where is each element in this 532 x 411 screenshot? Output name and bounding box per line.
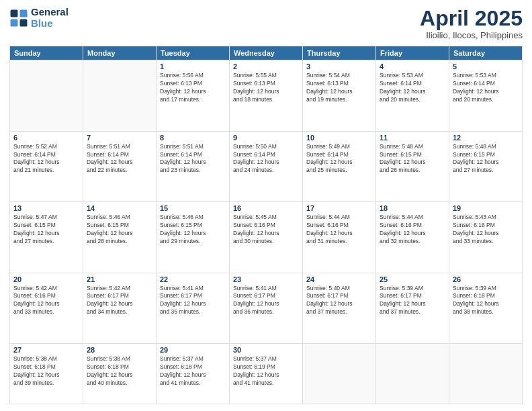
- day-number: 14: [87, 204, 152, 212]
- day-info: Sunrise: 5:37 AMSunset: 6:18 PMDaylight:…: [160, 355, 226, 387]
- day-number: 19: [453, 204, 519, 212]
- day-info: Sunrise: 5:51 AMSunset: 6:14 PMDaylight:…: [160, 143, 226, 175]
- weekday-header: Friday: [376, 46, 449, 60]
- calendar-week-row: 20Sunrise: 5:42 AMSunset: 6:16 PMDayligh…: [10, 273, 523, 343]
- calendar-day-cell: 16Sunrise: 5:45 AMSunset: 6:16 PMDayligh…: [230, 202, 303, 273]
- calendar-day-cell: 20Sunrise: 5:42 AMSunset: 6:16 PMDayligh…: [10, 273, 83, 343]
- calendar-day-cell: 30Sunrise: 5:37 AMSunset: 6:19 PMDayligh…: [230, 343, 303, 404]
- day-number: 22: [160, 275, 226, 283]
- day-number: 11: [380, 134, 445, 142]
- day-info: Sunrise: 5:54 AMSunset: 6:13 PMDaylight:…: [306, 72, 372, 104]
- day-info: Sunrise: 5:38 AMSunset: 6:18 PMDaylight:…: [13, 355, 79, 387]
- page-subtitle: Ilioilio, Ilocos, Philippines: [420, 30, 523, 40]
- weekday-header: Monday: [83, 46, 157, 60]
- calendar-table: SundayMondayTuesdayWednesdayThursdayFrid…: [9, 46, 523, 404]
- calendar-day-cell: [303, 343, 376, 404]
- svg-rect-2: [11, 19, 18, 26]
- page-title: April 2025: [420, 7, 523, 30]
- logo-icon: [9, 9, 28, 28]
- calendar-day-cell: 11Sunrise: 5:48 AMSunset: 6:15 PMDayligh…: [376, 131, 449, 201]
- calendar-day-cell: 22Sunrise: 5:41 AMSunset: 6:17 PMDayligh…: [157, 273, 230, 343]
- calendar-week-row: 1Sunrise: 5:56 AMSunset: 6:13 PMDaylight…: [10, 60, 523, 131]
- calendar-day-cell: 26Sunrise: 5:39 AMSunset: 6:18 PMDayligh…: [449, 273, 523, 343]
- day-info: Sunrise: 5:45 AMSunset: 6:16 PMDaylight:…: [233, 214, 299, 246]
- calendar-day-cell: 27Sunrise: 5:38 AMSunset: 6:18 PMDayligh…: [10, 343, 83, 404]
- logo-text: General Blue: [31, 7, 69, 29]
- calendar-day-cell: [376, 343, 449, 404]
- day-info: Sunrise: 5:49 AMSunset: 6:14 PMDaylight:…: [306, 143, 372, 175]
- day-info: Sunrise: 5:44 AMSunset: 6:16 PMDaylight:…: [380, 214, 445, 246]
- day-number: 27: [13, 346, 79, 354]
- weekday-header: Thursday: [303, 46, 376, 60]
- day-number: 5: [453, 62, 519, 71]
- calendar-day-cell: 29Sunrise: 5:37 AMSunset: 6:18 PMDayligh…: [157, 343, 230, 404]
- day-number: 29: [160, 346, 226, 354]
- day-number: 13: [13, 204, 79, 212]
- calendar-day-cell: 17Sunrise: 5:44 AMSunset: 6:16 PMDayligh…: [303, 202, 376, 273]
- day-info: Sunrise: 5:53 AMSunset: 6:14 PMDaylight:…: [453, 72, 519, 104]
- day-info: Sunrise: 5:48 AMSunset: 6:15 PMDaylight:…: [380, 143, 445, 175]
- day-number: 17: [306, 204, 372, 212]
- weekday-header: Tuesday: [157, 46, 230, 60]
- day-number: 20: [13, 275, 79, 283]
- day-info: Sunrise: 5:46 AMSunset: 6:15 PMDaylight:…: [160, 214, 226, 246]
- day-number: 3: [306, 62, 372, 71]
- day-info: Sunrise: 5:53 AMSunset: 6:14 PMDaylight:…: [380, 72, 445, 104]
- day-info: Sunrise: 5:41 AMSunset: 6:17 PMDaylight:…: [233, 285, 299, 317]
- day-info: Sunrise: 5:51 AMSunset: 6:14 PMDaylight:…: [87, 143, 152, 175]
- calendar-day-cell: 13Sunrise: 5:47 AMSunset: 6:15 PMDayligh…: [10, 202, 83, 273]
- day-info: Sunrise: 5:50 AMSunset: 6:14 PMDaylight:…: [233, 143, 299, 175]
- calendar-day-cell: 2Sunrise: 5:55 AMSunset: 6:13 PMDaylight…: [230, 60, 303, 131]
- weekday-header: Sunday: [10, 46, 83, 60]
- svg-rect-1: [20, 9, 28, 17]
- day-number: 7: [87, 134, 152, 142]
- day-info: Sunrise: 5:55 AMSunset: 6:13 PMDaylight:…: [233, 72, 299, 104]
- day-info: Sunrise: 5:52 AMSunset: 6:14 PMDaylight:…: [13, 143, 79, 175]
- day-info: Sunrise: 5:41 AMSunset: 6:17 PMDaylight:…: [160, 285, 226, 317]
- calendar-day-cell: 1Sunrise: 5:56 AMSunset: 6:13 PMDaylight…: [157, 60, 230, 131]
- calendar-day-cell: 10Sunrise: 5:49 AMSunset: 6:14 PMDayligh…: [303, 131, 376, 201]
- svg-rect-0: [11, 9, 18, 17]
- day-info: Sunrise: 5:43 AMSunset: 6:16 PMDaylight:…: [453, 214, 519, 246]
- day-info: Sunrise: 5:56 AMSunset: 6:13 PMDaylight:…: [160, 72, 226, 104]
- calendar-day-cell: 3Sunrise: 5:54 AMSunset: 6:13 PMDaylight…: [303, 60, 376, 131]
- calendar-day-cell: 6Sunrise: 5:52 AMSunset: 6:14 PMDaylight…: [10, 131, 83, 201]
- calendar-day-cell: [83, 60, 157, 131]
- day-info: Sunrise: 5:39 AMSunset: 6:17 PMDaylight:…: [380, 285, 445, 317]
- calendar-day-cell: 23Sunrise: 5:41 AMSunset: 6:17 PMDayligh…: [230, 273, 303, 343]
- calendar-day-cell: 9Sunrise: 5:50 AMSunset: 6:14 PMDaylight…: [230, 131, 303, 201]
- calendar-header-row: SundayMondayTuesdayWednesdayThursdayFrid…: [10, 46, 523, 60]
- day-number: 18: [380, 204, 445, 212]
- day-number: 24: [306, 275, 372, 283]
- day-number: 26: [453, 275, 519, 283]
- calendar-day-cell: 25Sunrise: 5:39 AMSunset: 6:17 PMDayligh…: [376, 273, 449, 343]
- day-info: Sunrise: 5:38 AMSunset: 6:18 PMDaylight:…: [87, 355, 152, 387]
- day-info: Sunrise: 5:42 AMSunset: 6:17 PMDaylight:…: [87, 285, 152, 317]
- calendar-day-cell: 4Sunrise: 5:53 AMSunset: 6:14 PMDaylight…: [376, 60, 449, 131]
- day-number: 16: [233, 204, 299, 212]
- day-number: 21: [87, 275, 152, 283]
- weekday-header: Wednesday: [230, 46, 303, 60]
- calendar-day-cell: 12Sunrise: 5:48 AMSunset: 6:15 PMDayligh…: [449, 131, 523, 201]
- day-number: 15: [160, 204, 226, 212]
- day-number: 9: [233, 134, 299, 142]
- day-info: Sunrise: 5:42 AMSunset: 6:16 PMDaylight:…: [13, 285, 79, 317]
- calendar-day-cell: 14Sunrise: 5:46 AMSunset: 6:15 PMDayligh…: [83, 202, 157, 273]
- day-info: Sunrise: 5:37 AMSunset: 6:19 PMDaylight:…: [233, 355, 299, 387]
- svg-rect-3: [20, 19, 28, 26]
- weekday-header: Saturday: [449, 46, 523, 60]
- day-number: 10: [306, 134, 372, 142]
- day-info: Sunrise: 5:40 AMSunset: 6:17 PMDaylight:…: [306, 285, 372, 317]
- day-info: Sunrise: 5:48 AMSunset: 6:15 PMDaylight:…: [453, 143, 519, 175]
- calendar-week-row: 6Sunrise: 5:52 AMSunset: 6:14 PMDaylight…: [10, 131, 523, 201]
- day-number: 25: [380, 275, 445, 283]
- calendar-day-cell: [10, 60, 83, 131]
- day-info: Sunrise: 5:46 AMSunset: 6:15 PMDaylight:…: [87, 214, 152, 246]
- day-number: 30: [233, 346, 299, 354]
- calendar-day-cell: 28Sunrise: 5:38 AMSunset: 6:18 PMDayligh…: [83, 343, 157, 404]
- calendar-day-cell: 5Sunrise: 5:53 AMSunset: 6:14 PMDaylight…: [449, 60, 523, 131]
- day-number: 1: [160, 62, 226, 71]
- day-number: 12: [453, 134, 519, 142]
- day-number: 4: [380, 62, 445, 71]
- day-number: 2: [233, 62, 299, 71]
